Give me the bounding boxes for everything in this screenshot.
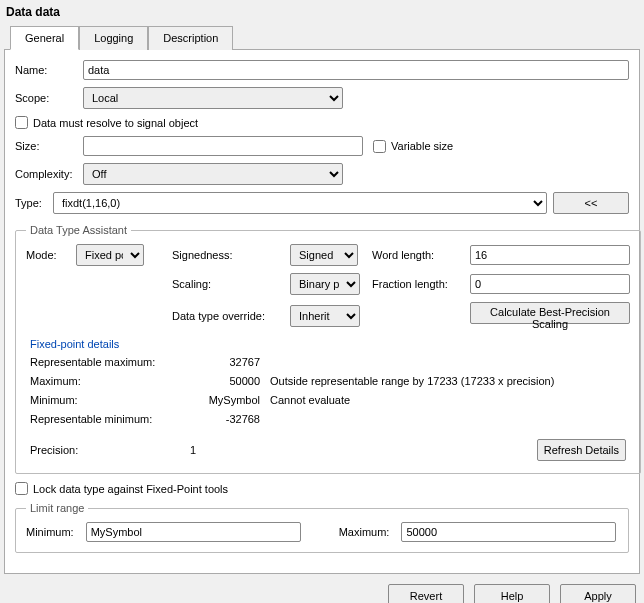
size-input[interactable] <box>83 136 363 156</box>
variable-size-label: Variable size <box>391 140 453 152</box>
override-select[interactable]: Inherit <box>290 305 360 327</box>
scaling-select[interactable]: Binary point <box>290 273 360 295</box>
tab-description[interactable]: Description <box>148 26 233 50</box>
fraclen-input[interactable] <box>470 274 630 294</box>
signedness-label: Signedness: <box>172 249 284 261</box>
min-note: Cannot evaluate <box>270 394 630 406</box>
limit-max-input[interactable] <box>401 522 616 542</box>
limit-range-group: Limit range Minimum: Maximum: <box>15 502 629 553</box>
complexity-label: Complexity: <box>15 168 83 180</box>
footer-buttons: Revert Help Apply <box>0 574 644 603</box>
min-value: MySymbol <box>190 394 260 406</box>
type-select[interactable]: fixdt(1,16,0) <box>53 192 547 214</box>
fixed-point-details-title: Fixed-point details <box>30 338 630 350</box>
precision-label: Precision: <box>30 444 180 456</box>
data-type-assistant-group: Data Type Assistant Mode: Fixed point Si… <box>15 224 641 474</box>
dta-legend: Data Type Assistant <box>26 224 131 236</box>
revert-button[interactable]: Revert <box>388 584 464 603</box>
tab-bar: General Logging Description <box>0 25 644 49</box>
tab-general[interactable]: General <box>10 26 79 50</box>
precision-value: 1 <box>190 444 260 456</box>
rep-min-label: Representable minimum: <box>30 413 180 425</box>
limit-min-label: Minimum: <box>26 526 74 538</box>
tab-logging[interactable]: Logging <box>79 26 148 50</box>
max-label: Maximum: <box>30 375 180 387</box>
lock-datatype-label: Lock data type against Fixed-Point tools <box>33 483 228 495</box>
name-input[interactable] <box>83 60 629 80</box>
help-button[interactable]: Help <box>474 584 550 603</box>
size-label: Size: <box>15 140 83 152</box>
max-value: 50000 <box>190 375 260 387</box>
scope-select[interactable]: Local <box>83 87 343 109</box>
override-label: Data type override: <box>172 310 284 322</box>
mode-select[interactable]: Fixed point <box>76 244 144 266</box>
wordlen-input[interactable] <box>470 245 630 265</box>
calc-best-precision-button[interactable]: Calculate Best-Precision Scaling <box>470 302 630 324</box>
type-label: Type: <box>15 197 47 209</box>
rep-min-value: -32768 <box>190 413 260 425</box>
scope-label: Scope: <box>15 92 83 104</box>
max-note: Outside representable range by 17233 (17… <box>270 375 630 387</box>
fraclen-label: Fraction length: <box>372 278 464 290</box>
limit-max-label: Maximum: <box>339 526 390 538</box>
window-title: Data data <box>0 0 644 25</box>
fixed-point-details-table: Representable maximum: 32767 Maximum: 50… <box>30 356 630 425</box>
rep-max-label: Representable maximum: <box>30 356 180 368</box>
limit-range-legend: Limit range <box>26 502 88 514</box>
wordlen-label: Word length: <box>372 249 464 261</box>
apply-button[interactable]: Apply <box>560 584 636 603</box>
limit-min-input[interactable] <box>86 522 301 542</box>
mode-label: Mode: <box>26 249 70 261</box>
lock-datatype-checkbox[interactable] <box>15 482 28 495</box>
min-label: Minimum: <box>30 394 180 406</box>
signedness-select[interactable]: Signed <box>290 244 358 266</box>
scaling-label: Scaling: <box>172 278 284 290</box>
refresh-details-button[interactable]: Refresh Details <box>537 439 626 461</box>
name-label: Name: <box>15 64 83 76</box>
complexity-select[interactable]: Off <box>83 163 343 185</box>
tab-pane-general: Name: Scope: Local Data must resolve to … <box>4 49 640 574</box>
resolve-label: Data must resolve to signal object <box>33 117 198 129</box>
resolve-checkbox[interactable] <box>15 116 28 129</box>
rep-max-value: 32767 <box>190 356 260 368</box>
collapse-button[interactable]: << <box>553 192 629 214</box>
variable-size-checkbox[interactable] <box>373 140 386 153</box>
